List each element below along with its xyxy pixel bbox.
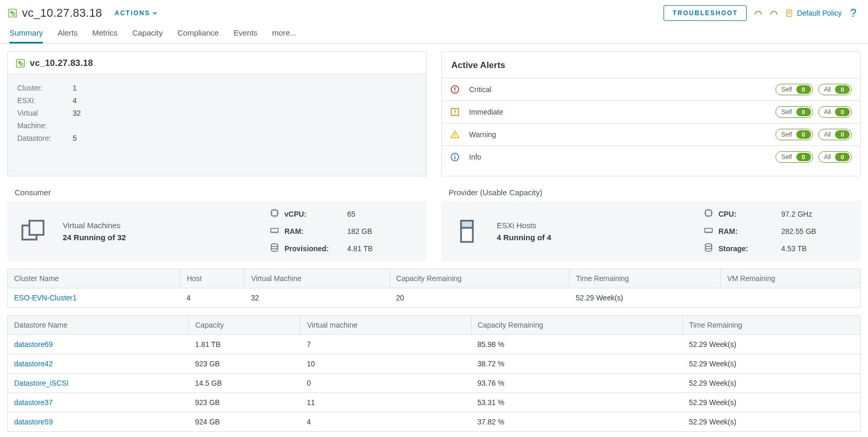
chip-self[interactable]: Self0 bbox=[775, 151, 813, 163]
disk-icon bbox=[704, 243, 713, 252]
troubleshoot-button[interactable]: TROUBLESHOOT bbox=[664, 5, 747, 21]
cpu-icon bbox=[270, 208, 279, 218]
info-icon bbox=[450, 152, 460, 162]
chip-self[interactable]: Self0 bbox=[775, 84, 813, 95]
ram-icon bbox=[270, 226, 279, 235]
alert-row-critical: CriticalSelf0All0 bbox=[442, 78, 860, 100]
metric-value: 65 bbox=[347, 210, 415, 218]
page-title: vc_10.27.83.18 bbox=[22, 6, 102, 20]
summary-stat-row: Cluster:1 bbox=[17, 82, 417, 94]
cell: 52.29 Week(s) bbox=[569, 288, 721, 308]
provider-head-label: ESXi Hosts bbox=[497, 221, 551, 230]
table-row: Datastore_iSCSI14.5 GB093.76 %52.29 Week… bbox=[8, 374, 861, 393]
chip-all[interactable]: All0 bbox=[818, 84, 852, 95]
table-row: datastore42923 GB1038.72 %52.29 Week(s) bbox=[8, 354, 861, 374]
summary-stat-row: ESXi:4 bbox=[17, 94, 417, 107]
immediate-icon bbox=[450, 107, 460, 117]
column-header[interactable]: Capacity Remaining bbox=[390, 269, 569, 288]
column-header[interactable]: VM Remaining bbox=[721, 269, 860, 288]
consumer-section-title: Consumer bbox=[7, 176, 427, 201]
chip-all[interactable]: All0 bbox=[818, 106, 852, 118]
stat-key: Datastore: bbox=[17, 132, 67, 144]
alert-label: Info bbox=[469, 153, 574, 161]
cell: 11 bbox=[301, 393, 471, 412]
tab-alerts[interactable]: Alerts bbox=[58, 28, 77, 43]
vcenter-icon bbox=[15, 58, 26, 69]
table-row: datastore59924 GB437.82 %52.29 Week(s) bbox=[8, 412, 861, 432]
metric-value: 97.2 GHz bbox=[781, 210, 849, 218]
summary-stats: Cluster:1ESXi:4Virtual Machine:32Datasto… bbox=[8, 74, 426, 176]
column-header[interactable]: Capacity Remaining bbox=[471, 316, 682, 335]
cell: 4 bbox=[301, 412, 471, 432]
cell: 924 GB bbox=[189, 412, 301, 432]
datastore-link[interactable]: datastore42 bbox=[14, 360, 53, 368]
chip-all[interactable]: All0 bbox=[818, 151, 852, 163]
column-header[interactable]: Capacity bbox=[189, 316, 301, 335]
tab-compliance[interactable]: Compliance bbox=[177, 28, 219, 43]
actions-label: ACTIONS bbox=[115, 9, 150, 17]
table-row: datastore691.81 TB785.98 %52.29 Week(s) bbox=[8, 335, 861, 354]
tab-summary[interactable]: Summary bbox=[9, 28, 43, 43]
stat-key: Virtual Machine: bbox=[17, 107, 67, 132]
datastore-link[interactable]: datastore37 bbox=[14, 398, 53, 407]
column-header[interactable]: Datastore Name bbox=[8, 316, 189, 335]
chip-self[interactable]: Self0 bbox=[775, 106, 813, 118]
cell: 52.29 Week(s) bbox=[682, 335, 860, 354]
cell: 93.76 % bbox=[471, 374, 682, 393]
cluster-table: Cluster NameHostVirtual MachineCapacity … bbox=[7, 268, 861, 308]
active-alerts-card: Active Alerts CriticalSelf0All0Immediate… bbox=[441, 51, 861, 176]
alert-label: Warning bbox=[469, 130, 574, 139]
metric-value: 182 GB bbox=[347, 227, 415, 236]
datastore-link[interactable]: datastore69 bbox=[14, 340, 53, 349]
datastore-link[interactable]: datastore59 bbox=[14, 418, 53, 426]
column-header[interactable]: Time Remaining bbox=[569, 269, 721, 288]
policy-label: Default Policy bbox=[797, 9, 842, 17]
column-header[interactable]: Virtual machine bbox=[301, 316, 471, 335]
cell: 52.29 Week(s) bbox=[682, 393, 860, 412]
tab-more[interactable]: more... bbox=[272, 28, 296, 43]
actions-dropdown[interactable]: ACTIONS bbox=[115, 9, 157, 17]
column-header[interactable]: Host bbox=[180, 269, 245, 288]
cell: 14.5 GB bbox=[189, 374, 301, 393]
ram-icon bbox=[704, 226, 713, 235]
help-icon[interactable]: ? bbox=[849, 6, 858, 20]
alert-label: Critical bbox=[469, 85, 574, 94]
consumer-head-value: 24 Running of 32 bbox=[63, 233, 126, 242]
cell: 10 bbox=[301, 354, 471, 374]
cell: 32 bbox=[245, 288, 390, 308]
tab-events[interactable]: Events bbox=[233, 28, 257, 43]
summary-card-title: vc_10.27.83.18 bbox=[30, 58, 93, 69]
column-header[interactable]: Virtual Machine bbox=[245, 269, 390, 288]
metric-label: RAM: bbox=[284, 227, 347, 236]
chevron-down-icon bbox=[152, 10, 157, 16]
table-row: datastore37923 GB1153.31 %52.29 Week(s) bbox=[8, 393, 861, 412]
stat-value: 4 bbox=[73, 94, 77, 107]
critical-icon bbox=[450, 85, 460, 94]
cpu-icon bbox=[704, 208, 713, 218]
datastore-link[interactable]: Datastore_iSCSI bbox=[14, 379, 68, 387]
tab-metrics[interactable]: Metrics bbox=[93, 28, 118, 43]
active-alerts-title: Active Alerts bbox=[442, 52, 860, 78]
stat-key: ESXi: bbox=[17, 94, 67, 107]
column-header[interactable]: Cluster Name bbox=[8, 269, 180, 288]
cell: 37.82 % bbox=[471, 412, 682, 432]
disk-icon bbox=[270, 243, 279, 252]
policy-icon bbox=[785, 9, 794, 17]
status-arc-green2-icon[interactable] bbox=[770, 9, 778, 17]
status-arc-green-icon[interactable] bbox=[754, 9, 762, 17]
provider-card: ESXi Hosts 4 Running of 4 CPU:97.2 GHzRA… bbox=[441, 201, 861, 261]
column-header[interactable]: Time Remaining bbox=[682, 316, 860, 335]
stat-value: 5 bbox=[73, 132, 77, 144]
chip-self[interactable]: Self0 bbox=[775, 129, 813, 140]
chip-all[interactable]: All0 bbox=[818, 129, 852, 140]
provider-head-value: 4 Running of 4 bbox=[497, 233, 551, 242]
vms-icon bbox=[19, 217, 47, 245]
alert-label: Immediate bbox=[469, 108, 574, 116]
default-policy-link[interactable]: Default Policy bbox=[785, 9, 842, 17]
cluster-link[interactable]: ESO-EVN-Cluster1 bbox=[14, 294, 77, 302]
alert-row-warning: WarningSelf0All0 bbox=[442, 123, 860, 145]
tab-capacity[interactable]: Capacity bbox=[132, 28, 163, 43]
cell: 4 bbox=[180, 288, 245, 308]
cell: 923 GB bbox=[189, 354, 301, 374]
metric-label: Provisioned: bbox=[284, 244, 347, 253]
